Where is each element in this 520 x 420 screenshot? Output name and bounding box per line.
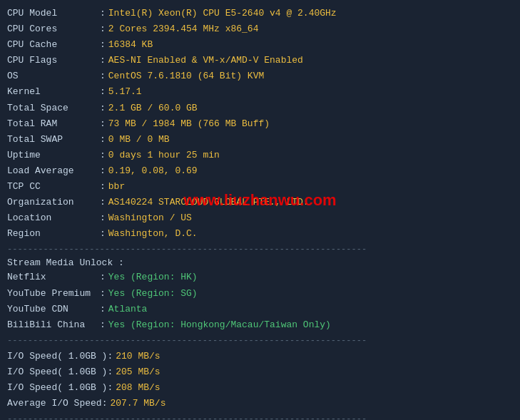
row-value: Intel(R) Xeon(R) CPU E5-2640 v4 @ 2.40GH… xyxy=(108,6,337,21)
row-value: 0 MB / 0 MB xyxy=(108,132,170,148)
stream-media-title: Stream Media Unlock : xyxy=(7,257,513,268)
row-label: CPU Model xyxy=(7,6,100,21)
row-value: 2.1 GB / 60.0 GB xyxy=(108,101,198,116)
system-info-row: Location:Washington / US xyxy=(7,210,513,226)
row-label: I/O Speed( 1.0GB ) xyxy=(7,364,107,380)
stream-info-row: YouTube CDN:Atlanta xyxy=(7,302,513,317)
system-info-row: Total RAM:73 MB / 1984 MB (766 MB Buff) xyxy=(7,116,513,132)
stream-info-row: Netflix:Yes (Region: HK) xyxy=(7,270,513,285)
row-value: 16384 KB xyxy=(108,37,153,53)
system-info-row: Load Average:0.19, 0.08, 0.69 xyxy=(7,163,513,179)
divider-2: ----------------------------------------… xyxy=(7,336,513,346)
row-label: Load Average xyxy=(7,163,100,179)
system-info-row: Region:Washington, D.C. xyxy=(7,226,513,242)
row-label: Netflix xyxy=(7,270,100,285)
io-speed-row: I/O Speed( 1.0GB ):205 MB/s xyxy=(7,364,513,380)
row-label: OS xyxy=(7,68,100,84)
row-label: BiliBili China xyxy=(7,317,100,333)
row-value: AES-NI Enabled & VM-x/AMD-V Enabled xyxy=(108,53,303,68)
row-value: Yes (Region: HK) xyxy=(108,270,198,285)
row-value: bbr xyxy=(108,179,125,195)
system-info-row: OS:CentOS 7.6.1810 (64 Bit) KVM xyxy=(7,68,513,84)
stream-media-section: Stream Media Unlock :Netflix:Yes (Region… xyxy=(7,257,513,332)
row-label: CPU Flags xyxy=(7,53,100,68)
io-speed-row: I/O Speed( 1.0GB ):208 MB/s xyxy=(7,380,513,396)
row-label: Uptime xyxy=(7,148,100,163)
row-value: Yes (Region: SG) xyxy=(108,286,198,302)
system-info-section: CPU Model:Intel(R) Xeon(R) CPU E5-2640 v… xyxy=(7,6,513,242)
stream-info-row: BiliBili China:Yes (Region: Hongkong/Mac… xyxy=(7,317,513,333)
divider-1: ----------------------------------------… xyxy=(7,245,513,255)
divider-3: ----------------------------------------… xyxy=(7,414,513,420)
system-info-row: Total Space:2.1 GB / 60.0 GB xyxy=(7,101,513,116)
row-label: Total RAM xyxy=(7,116,100,132)
row-label: Total SWAP xyxy=(7,132,100,148)
row-label: Average I/O Speed xyxy=(7,396,102,411)
row-label: Region xyxy=(7,226,100,242)
row-label: YouTube Premium xyxy=(7,286,100,302)
io-speed-row: I/O Speed( 1.0GB ):210 MB/s xyxy=(7,349,513,364)
row-value: Yes (Region: Hongkong/Macau/Taiwan Only) xyxy=(108,317,331,333)
row-value: AS140224 STARCLOUD GLOBAL PTE., LTD. xyxy=(108,195,309,210)
row-value: 73 MB / 1984 MB (766 MB Buff) xyxy=(108,116,270,132)
row-value: 205 MB/s xyxy=(116,364,160,380)
row-value: 0.19, 0.08, 0.69 xyxy=(108,163,198,179)
system-info-row: Organization:AS140224 STARCLOUD GLOBAL P… xyxy=(7,195,513,210)
system-info-row: CPU Cores:2 Cores 2394.454 MHz x86_64 xyxy=(7,21,513,37)
row-label: I/O Speed( 1.0GB ) xyxy=(7,349,107,364)
row-value: Washington, D.C. xyxy=(108,226,198,242)
system-info-row: Kernel:5.17.1 xyxy=(7,84,513,100)
row-label: YouTube CDN xyxy=(7,302,100,317)
row-value: CentOS 7.6.1810 (64 Bit) KVM xyxy=(108,68,264,84)
system-info-row: CPU Cache:16384 KB xyxy=(7,37,513,53)
row-value: 210 MB/s xyxy=(116,349,160,364)
main-container: CPU Model:Intel(R) Xeon(R) CPU E5-2640 v… xyxy=(7,6,513,420)
system-info-row: CPU Model:Intel(R) Xeon(R) CPU E5-2640 v… xyxy=(7,6,513,21)
row-value: Washington / US xyxy=(108,210,192,226)
system-info-row: CPU Flags:AES-NI Enabled & VM-x/AMD-V En… xyxy=(7,53,513,68)
row-label: CPU Cores xyxy=(7,21,100,37)
io-speed-section: I/O Speed( 1.0GB ):210 MB/sI/O Speed( 1.… xyxy=(7,349,513,411)
stream-info-row: YouTube Premium:Yes (Region: SG) xyxy=(7,286,513,302)
row-value: 5.17.1 xyxy=(108,84,142,100)
system-info-row: Uptime:0 days 1 hour 25 min xyxy=(7,148,513,163)
row-value: Atlanta xyxy=(108,302,148,317)
row-value: 2 Cores 2394.454 MHz x86_64 xyxy=(108,21,259,37)
row-label: CPU Cache xyxy=(7,37,100,53)
row-label: I/O Speed( 1.0GB ) xyxy=(7,380,107,396)
io-speed-row: Average I/O Speed:207.7 MB/s xyxy=(7,396,513,411)
system-info-row: TCP CC:bbr xyxy=(7,179,513,195)
row-value: 0 days 1 hour 25 min xyxy=(108,148,220,163)
row-value: 208 MB/s xyxy=(116,380,160,396)
row-label: Organization xyxy=(7,195,100,210)
row-label: Kernel xyxy=(7,84,100,100)
row-label: Location xyxy=(7,210,100,226)
system-info-row: Total SWAP:0 MB / 0 MB xyxy=(7,132,513,148)
row-value: 207.7 MB/s xyxy=(110,396,165,411)
row-label: TCP CC xyxy=(7,179,100,195)
row-label: Total Space xyxy=(7,101,100,116)
